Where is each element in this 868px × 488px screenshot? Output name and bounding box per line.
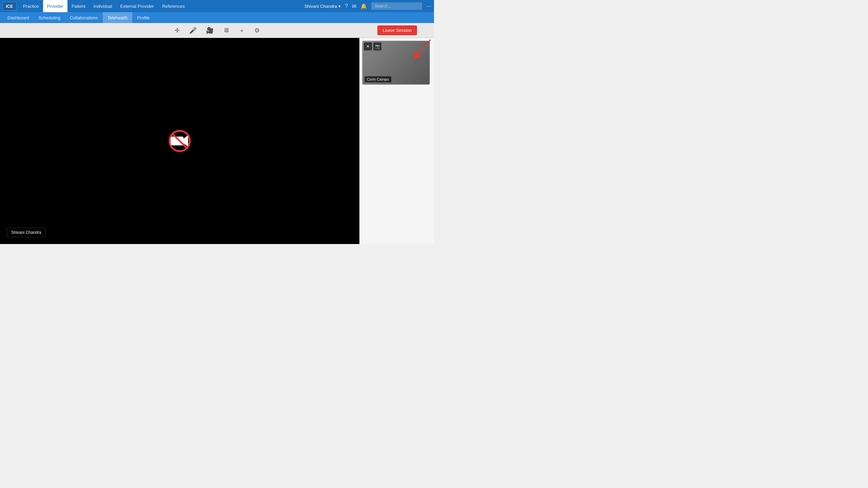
secondary-nav: Dashboard Scheduling Collaborations Tele…	[0, 12, 434, 23]
secondary-nav-collaborations[interactable]: Collaborations	[65, 12, 103, 23]
screen-share-icon[interactable]: 🖥	[222, 25, 231, 35]
settings-icon[interactable]: ⚙	[253, 25, 261, 36]
search-input[interactable]	[371, 2, 422, 10]
user-name-text: Shivani Chandra	[304, 4, 337, 9]
top-nav-right: Shivani Chandra ▾ ? ✉ 🔔 ···	[304, 2, 431, 10]
side-panel: ✕ 📷 Corin Campo	[359, 38, 434, 244]
participant-tile: ✕ 📷 Corin Campo	[362, 41, 430, 85]
user-menu[interactable]: Shivani Chandra ▾	[304, 4, 341, 9]
leave-session-button[interactable]: Leave Session	[377, 25, 417, 35]
video-area: Shivani Chandra	[0, 38, 359, 244]
main-content: Shivani Chandra ✕ 📷 Corin Campo	[0, 38, 434, 244]
nav-item-individual[interactable]: Individual	[90, 0, 116, 12]
nav-item-patient[interactable]: Patient	[67, 0, 89, 12]
add-icon[interactable]: ＋	[237, 25, 246, 36]
more-options-icon[interactable]: ···	[426, 3, 431, 10]
help-icon[interactable]: ?	[345, 3, 348, 9]
video-disabled-icon	[168, 129, 192, 153]
nav-item-provider[interactable]: Provider	[43, 0, 67, 12]
nav-item-external-provider[interactable]: External Provider	[116, 0, 158, 12]
tile-camera-button[interactable]: 📷	[373, 42, 381, 50]
secondary-nav-profile[interactable]: Profile	[132, 12, 154, 23]
dropdown-icon: ▾	[338, 4, 341, 9]
secondary-nav-telehealth[interactable]: Telehealth	[103, 12, 132, 23]
toolbar: ✛ 🎤 🎥 🖥 ＋ ⚙ Leave Session	[0, 23, 434, 38]
bell-icon[interactable]: 🔔	[360, 3, 367, 9]
secondary-nav-scheduling[interactable]: Scheduling	[34, 12, 65, 23]
mail-icon[interactable]: ✉	[352, 3, 356, 9]
nav-item-practice[interactable]: Practice	[19, 0, 43, 12]
nav-item-references[interactable]: References	[158, 0, 189, 12]
microphone-icon[interactable]: 🎤	[188, 25, 198, 36]
tile-controls: ✕ 📷	[364, 42, 381, 50]
secondary-nav-dashboard[interactable]: Dashboard	[3, 12, 34, 23]
top-nav: ICE Practice Provider Patient Individual…	[0, 0, 434, 12]
camera-icon[interactable]: 🎥	[205, 25, 215, 36]
participant-name-label: Corin Campo	[364, 76, 391, 82]
local-user-label: Shivani Chandra	[7, 228, 46, 237]
tile-close-button[interactable]: ✕	[364, 42, 372, 50]
move-icon[interactable]: ✛	[173, 25, 181, 36]
app-logo: ICE	[3, 2, 16, 11]
